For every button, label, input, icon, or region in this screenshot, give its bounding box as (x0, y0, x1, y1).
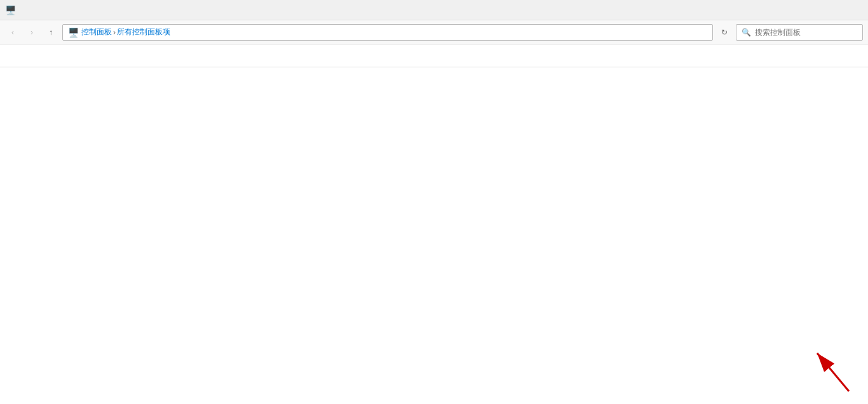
red-arrow (779, 334, 855, 398)
forward-button[interactable]: › (24, 25, 39, 40)
window-icon: 🖥️ (5, 5, 16, 15)
search-icon: 🔍 (742, 28, 751, 37)
search-box[interactable]: 🔍 (736, 24, 863, 41)
content-area (0, 67, 868, 404)
address-path[interactable]: 🖥️ 控制面板 › 所有控制面板项 (62, 24, 713, 41)
title-bar: 🖥️ (0, 0, 868, 20)
svg-line-1 (817, 353, 849, 391)
refresh-button[interactable]: ↻ (717, 25, 732, 40)
breadcrumb-icon: 🖥️ (68, 27, 79, 37)
breadcrumb-all-items[interactable]: 所有控制面板项 (117, 27, 170, 37)
up-button[interactable]: ↑ (43, 25, 58, 40)
restore-button[interactable] (804, 0, 834, 20)
minimize-button[interactable] (775, 0, 804, 20)
breadcrumb-control-panel[interactable]: 控制面板 (81, 27, 112, 37)
window-controls (775, 0, 863, 20)
address-bar: ‹ › ↑ 🖥️ 控制面板 › 所有控制面板项 ↻ 🔍 (0, 20, 868, 44)
search-input[interactable] (755, 28, 857, 37)
toolbar (0, 44, 868, 67)
back-button[interactable]: ‹ (5, 25, 20, 40)
close-button[interactable] (834, 0, 863, 20)
